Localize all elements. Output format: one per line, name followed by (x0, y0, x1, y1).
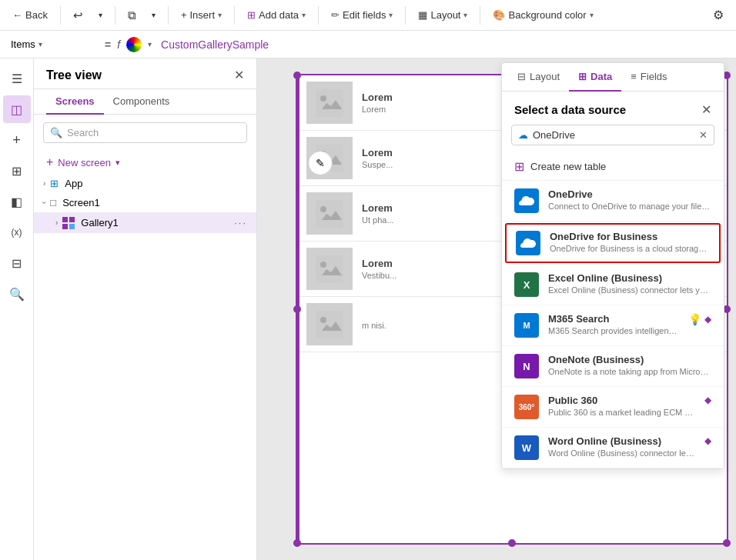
m365-badges: 💡 ◆ (688, 313, 711, 325)
copy-dropdown[interactable]: ▾ (146, 8, 162, 22)
handle-bm[interactable] (508, 539, 516, 547)
data-item-onedrive[interactable]: OneDrive Connect to OneDrive to manage y… (502, 181, 724, 222)
plus-new-screen-icon: + (46, 155, 53, 169)
tree-panel: Tree view ✕ Screens Components 🔍 + New s… (34, 58, 257, 560)
gallery1-more-button[interactable]: ··· (234, 217, 247, 228)
add-data-button[interactable]: ⊞ Add data ▾ (241, 6, 312, 24)
m365-desc: M365 Search provides intelligent and ... (548, 326, 679, 335)
onenote-icon: N (514, 354, 539, 378)
tree-item-app[interactable]: › ⊞ App (34, 174, 256, 193)
gallery1-chevron-icon: › (55, 218, 58, 227)
create-table-icon: ⊞ (514, 159, 524, 174)
excel-name: Excel Online (Business) (548, 272, 711, 284)
handle-br[interactable] (723, 539, 731, 547)
onedrive-info: OneDrive Connect to OneDrive to manage y… (548, 188, 711, 211)
svg-rect-0 (62, 217, 68, 222)
data-item-word[interactable]: W Word Online (Business) Word Online (Bu… (502, 428, 724, 468)
public360-icon: 360° (514, 395, 539, 419)
svg-point-11 (320, 262, 326, 268)
tree-search[interactable]: 🔍 (43, 122, 247, 143)
onedrive-name: OneDrive (548, 188, 711, 200)
data-source-panel: ⊟ Layout ⊞ Data ≡ Fields Select a data s… (501, 62, 724, 469)
excel-info: Excel Online (Business) Excel Online (Bu… (548, 272, 711, 295)
gallery-thumb-2 (306, 192, 353, 235)
tree-close-button[interactable]: ✕ (234, 68, 244, 82)
public360-desc: Public 360 is a market leading ECM syste… (548, 408, 695, 417)
new-screen-button[interactable]: + New screen ▾ (34, 151, 256, 174)
sep-2 (115, 6, 115, 25)
formula-eq-sign: = (105, 38, 111, 51)
data-item-public360[interactable]: 360° Public 360 Public 360 is a market l… (502, 387, 724, 428)
tree-view-icon-btn[interactable]: ◫ (3, 95, 31, 123)
tree-header: Tree view ✕ (34, 58, 256, 89)
excel-icon: X (514, 272, 539, 297)
layout-tab-icon: ⊟ (517, 71, 526, 82)
background-color-button[interactable]: 🎨 Background color ▾ (487, 6, 599, 24)
settings-button[interactable]: ⚙ (707, 5, 730, 25)
data-item-onedrive-biz[interactable]: OneDrive for Business OneDrive for Busin… (505, 223, 721, 263)
svg-point-9 (320, 206, 326, 212)
layout-button[interactable]: ▦ Layout ▾ (412, 6, 473, 24)
m365-icon: M (514, 313, 539, 338)
hamburger-icon: ☰ (12, 72, 22, 86)
edit-pencil-button[interactable]: ✎ (308, 151, 333, 175)
undo-button[interactable]: ↩ (67, 5, 89, 25)
insert-button[interactable]: + Insert ▾ (175, 6, 228, 24)
svg-rect-1 (69, 217, 75, 222)
gallery-left-border (297, 75, 299, 543)
variables-icon: (x) (12, 227, 22, 238)
undo-icon: ↩ (73, 8, 83, 22)
tab-layout[interactable]: ⊟ Layout (508, 63, 569, 92)
word-info: Word Online (Business) Word Online (Busi… (548, 435, 695, 458)
controls-icon-btn[interactable]: ⊟ (3, 249, 31, 277)
formula-value: CustomGallerySample (161, 38, 269, 51)
data-source-icon-btn[interactable]: ⊞ (3, 157, 31, 185)
sep-4 (234, 6, 235, 25)
new-screen-label: New screen (58, 157, 111, 168)
back-icon: ← (12, 9, 22, 21)
svg-rect-4 (316, 89, 343, 117)
edit-fields-icon: ✏ (331, 9, 340, 21)
formula-select[interactable]: Items ▾ (6, 37, 99, 52)
chevron-down-icon-2: ▾ (152, 11, 156, 19)
panel-search[interactable]: ☁ ✕ (511, 125, 714, 145)
data-item-m365[interactable]: M M365 Search M365 Search provides intel… (502, 305, 724, 346)
svg-rect-8 (316, 200, 343, 228)
tab-screens[interactable]: Screens (46, 89, 104, 115)
tree-item-screen1[interactable]: › □ Screen1 (34, 193, 256, 212)
create-table-button[interactable]: ⊞ Create new table (502, 153, 724, 181)
tab-fields[interactable]: ≡ Fields (621, 63, 676, 92)
variables-icon-btn[interactable]: (x) (3, 218, 31, 246)
main-layout: ☰ ◫ + ⊞ ◧ (x) ⊟ 🔍 Tree view ✕ (0, 58, 736, 560)
tab-data[interactable]: ⊞ Data (569, 63, 621, 92)
back-button[interactable]: ← Back (6, 6, 54, 24)
chevron-layout-icon: ▾ (463, 11, 467, 19)
tab-components[interactable]: Components (104, 89, 179, 115)
data-item-onenote[interactable]: N OneNote (Business) OneNote is a note t… (502, 346, 724, 387)
panel-close-button[interactable]: ✕ (701, 102, 711, 117)
menu-icon-btn[interactable]: ☰ (3, 65, 31, 92)
undo-dropdown[interactable]: ▾ (92, 8, 109, 22)
tree-item-gallery1[interactable]: › Gallery1 ··· (34, 212, 256, 233)
data-item-excel[interactable]: X Excel Online (Business) Excel Online (… (502, 265, 724, 305)
data-source-search-input[interactable] (533, 129, 694, 141)
insert-icon-sidebar: ◧ (11, 195, 22, 209)
gallery-thumb-4 (306, 303, 353, 345)
gallery1-icon (62, 216, 75, 229)
insert-icon-btn[interactable]: ◧ (3, 188, 31, 215)
layout-tab-label: Layout (530, 71, 560, 82)
word-desc: Word Online (Business) connector lets yo… (548, 448, 695, 458)
search-clear-button[interactable]: ✕ (699, 129, 708, 141)
plus-icon: + (181, 9, 187, 21)
back-label: Back (25, 9, 48, 21)
add-icon-btn[interactable]: + (3, 126, 31, 154)
copy-button[interactable]: ⧉ (122, 5, 142, 25)
search-icon-btn[interactable]: 🔍 (3, 280, 31, 308)
background-color-icon: 🎨 (493, 9, 505, 21)
insert-label: Insert (190, 9, 216, 21)
svg-point-13 (320, 317, 326, 323)
search-input[interactable] (67, 127, 240, 138)
onenote-desc: OneNote is a note taking app from Micros… (548, 367, 711, 376)
edit-fields-button[interactable]: ✏ Edit fields ▾ (325, 6, 399, 24)
sep-7 (480, 6, 480, 25)
